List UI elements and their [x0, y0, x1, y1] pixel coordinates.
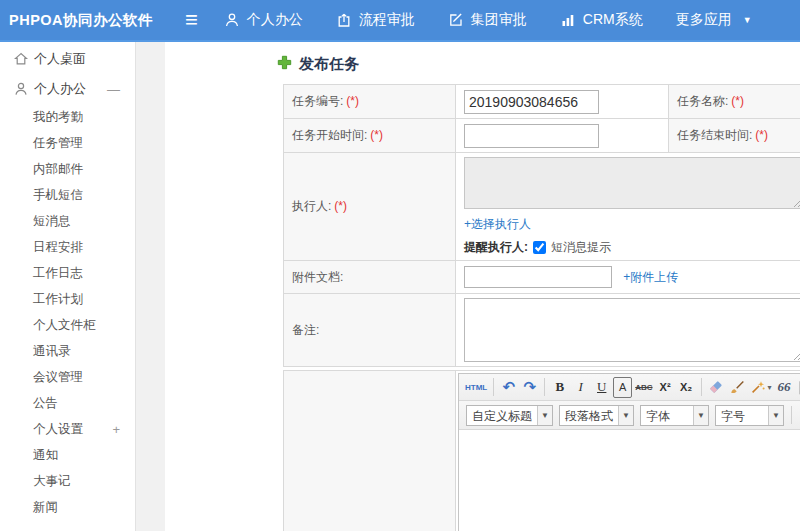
choose-executor-link[interactable]: +选择执行人	[464, 216, 531, 233]
remark-label: 备注:	[292, 323, 319, 337]
paste-icon[interactable]	[796, 377, 800, 398]
sidebar-item-personal-office[interactable]: 个人办公 —	[0, 74, 135, 104]
sidebar-item-label: 大事记	[33, 473, 71, 490]
font-family-select[interactable]: 字体 ▼	[640, 405, 709, 426]
select-value: 段落格式	[560, 406, 618, 425]
sidebar-item-label: 公告	[33, 395, 58, 412]
nav-label: CRM系统	[583, 11, 643, 29]
sidebar-item-label: 工作计划	[33, 291, 83, 308]
page-title: 发布任务	[277, 55, 359, 74]
task-no-input[interactable]	[464, 90, 599, 114]
select-value: 自定义标题	[467, 406, 537, 425]
caret-down-icon: ▼	[693, 406, 708, 425]
task-no-label-cell: 任务编号:(*)	[284, 85, 456, 119]
nav-crm-system[interactable]: CRM系统	[560, 11, 643, 29]
paragraph-format-select[interactable]: 段落格式 ▼	[559, 405, 634, 426]
sidebar-item-label: 新闻	[33, 499, 58, 516]
task-form-table: 任务编号:(*) 任务名称:(*) 任务开始时间:(*) 任务结束时间	[283, 84, 800, 367]
sidebar-item-announcement[interactable]: 公告	[0, 390, 135, 416]
sidebar-item-label: 我的考勤	[33, 109, 83, 126]
hamburger-menu-icon[interactable]: ≡	[185, 9, 198, 31]
toolbar-separator	[544, 378, 545, 396]
sidebar-item-work-log[interactable]: 工作日志	[0, 260, 135, 286]
source-code-button[interactable]: HTML	[464, 377, 488, 398]
nav-personal-office[interactable]: 个人办公	[224, 11, 303, 29]
caret-down-icon: ▼	[768, 406, 783, 425]
format-brush-icon[interactable]	[728, 377, 747, 398]
sidebar-item-personal-settings[interactable]: 个人设置 +	[0, 416, 135, 442]
sidebar-item-label: 工作日志	[33, 265, 83, 282]
underline-button[interactable]: U	[592, 377, 611, 398]
font-size-select[interactable]: 字号 ▼	[715, 405, 784, 426]
superscript-button[interactable]: X²	[656, 377, 675, 398]
sidebar-menu: 个人桌面 个人办公 — 我的考勤 任务管理 内部邮件 手机短信 短消息 日程安排…	[0, 42, 135, 520]
attachment-input[interactable]	[464, 266, 612, 288]
nav-workflow-approval[interactable]: 流程审批	[336, 11, 415, 29]
sidebar-item-milestones[interactable]: 大事记	[0, 468, 135, 494]
description-field-cell: HTML ↶ ↷ B I U A ABC X² X₂	[456, 371, 800, 531]
main-content: 发布任务 任务编号:(*) 任务名称:(*) 任务开始时间:(*)	[165, 42, 800, 531]
bold-button[interactable]: B	[550, 377, 569, 398]
task-name-label: 任务名称:	[677, 94, 728, 108]
sidebar-item-contacts[interactable]: 通讯录	[0, 338, 135, 364]
sidebar-item-task-management[interactable]: 任务管理	[0, 130, 135, 156]
start-time-field-cell	[456, 119, 669, 153]
remark-label-cell: 备注:	[284, 294, 456, 367]
task-no-label: 任务编号:	[292, 94, 343, 108]
sidebar-item-internal-mail[interactable]: 内部邮件	[0, 156, 135, 182]
table-row: 附件文档: +附件上传	[284, 261, 800, 294]
executor-label-cell: 执行人:(*)	[284, 153, 456, 261]
blockquote-button[interactable]: 66	[775, 377, 794, 398]
task-name-label-cell: 任务名称:(*)	[669, 85, 800, 119]
sidebar-item-label: 内部邮件	[33, 161, 83, 178]
subscript-button[interactable]: X₂	[677, 377, 696, 398]
start-time-label: 任务开始时间:	[292, 128, 367, 142]
sidebar-item-schedule[interactable]: 日程安排	[0, 234, 135, 260]
nav-label: 集团审批	[471, 11, 527, 29]
quick-format-wand-icon[interactable]: ▾	[749, 377, 773, 398]
sidebar-item-news[interactable]: 新闻	[0, 494, 135, 520]
redo-button[interactable]: ↷	[520, 377, 539, 398]
sidebar-item-label: 日程安排	[33, 239, 83, 256]
app-logo: PHPOA协同办公软件	[0, 11, 185, 30]
nav-group-approval[interactable]: 集团审批	[448, 11, 527, 29]
edit-icon	[448, 12, 464, 28]
sidebar-item-mobile-sms[interactable]: 手机短信	[0, 182, 135, 208]
sidebar-item-work-plan[interactable]: 工作计划	[0, 286, 135, 312]
remind-row: 提醒执行人: 短消息提示	[464, 239, 800, 256]
undo-button[interactable]: ↶	[499, 377, 518, 398]
sidebar-item-label: 手机短信	[33, 187, 83, 204]
nav-more-apps[interactable]: 更多应用 ▼	[676, 11, 752, 29]
expand-icon[interactable]: +	[112, 422, 120, 437]
task-form: 任务编号:(*) 任务名称:(*) 任务开始时间:(*) 任务结束时间	[283, 84, 800, 531]
executor-box[interactable]	[464, 157, 800, 209]
sidebar-item-my-attendance[interactable]: 我的考勤	[0, 104, 135, 130]
italic-button[interactable]: I	[571, 377, 590, 398]
collapse-icon[interactable]: —	[107, 82, 120, 97]
strikethrough-button[interactable]: ABC	[634, 377, 653, 398]
remark-textarea[interactable]	[464, 298, 800, 362]
eraser-icon[interactable]	[707, 377, 726, 398]
toolbar-separator	[493, 378, 494, 396]
required-mark: (*)	[334, 199, 347, 213]
sidebar-item-label: 通讯录	[33, 343, 71, 360]
start-time-input[interactable]	[464, 124, 599, 148]
sidebar-item-short-message[interactable]: 短消息	[0, 208, 135, 234]
rich-text-editor: HTML ↶ ↷ B I U A ABC X² X₂	[458, 373, 800, 531]
sidebar-item-notification[interactable]: 通知	[0, 442, 135, 468]
sms-remind-checkbox[interactable]	[533, 241, 546, 254]
font-style-button[interactable]: A	[613, 377, 632, 398]
sidebar-item-personal-desktop[interactable]: 个人桌面	[0, 44, 135, 74]
sidebar: 个人桌面 个人办公 — 我的考勤 任务管理 内部邮件 手机短信 短消息 日程安排…	[0, 42, 136, 531]
resize-grip-icon[interactable]	[791, 351, 800, 360]
custom-heading-select[interactable]: 自定义标题 ▼	[466, 405, 553, 426]
caret-down-icon: ▼	[537, 406, 552, 425]
sidebar-item-meeting-management[interactable]: 会议管理	[0, 364, 135, 390]
sidebar-item-label: 个人桌面	[34, 50, 86, 68]
editor-content[interactable]	[459, 430, 800, 531]
resize-grip-icon[interactable]	[791, 198, 800, 207]
sidebar-item-personal-files[interactable]: 个人文件柜	[0, 312, 135, 338]
nav-label: 更多应用	[676, 11, 732, 29]
caret-down-icon: ▾	[768, 383, 772, 392]
attachment-upload-link[interactable]: +附件上传	[623, 270, 678, 284]
